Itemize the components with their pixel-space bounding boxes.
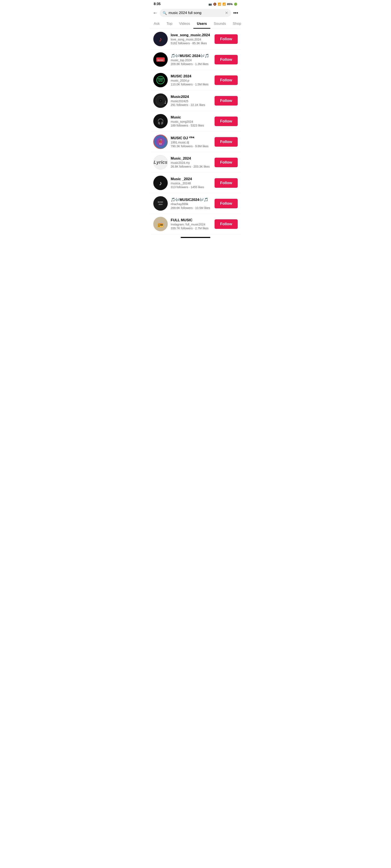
svg-text:2024: 2024 bbox=[159, 204, 162, 205]
user-stats: 26.8K followers · 203.3K likes bbox=[171, 165, 212, 168]
user-info: FULL MUSICInstagram: full_music2024339.7… bbox=[171, 218, 212, 230]
signal-icon: 📶 bbox=[218, 3, 221, 6]
user-stats: 189 followers · 5323 likes bbox=[171, 124, 212, 127]
user-display-name: Music_2024 bbox=[171, 156, 212, 161]
user-list: ♪ love_song_music.2024love_song_music.20… bbox=[150, 29, 241, 235]
user-display-name: FULL MUSIC bbox=[171, 218, 212, 222]
user-stats: 291 followers · 22.1K likes bbox=[171, 103, 212, 106]
svg-point-5 bbox=[154, 74, 167, 87]
follow-button[interactable]: Follow bbox=[215, 75, 238, 85]
svg-text:♪: ♪ bbox=[159, 36, 162, 42]
svg-text:DJ: DJ bbox=[159, 143, 162, 145]
user-display-name: MUSIC 2024 bbox=[171, 74, 212, 79]
user-display-name: Music _2024 bbox=[171, 177, 212, 181]
user-info: Musicmusic_song2024189 followers · 5323 … bbox=[171, 115, 212, 127]
avatar: MUSIC 2024 bbox=[153, 196, 168, 211]
clear-search-icon[interactable]: ✕ bbox=[225, 10, 228, 15]
mute-icon: 🔕 bbox=[213, 3, 216, 6]
battery-text: 85% bbox=[227, 3, 233, 6]
status-icons: 📷 🔕 📶 📶 85% 🟢 bbox=[208, 3, 237, 6]
list-item: 🎤 DJ MUSIC DJ ²⁰²⁴1991.music.dj790.3K fo… bbox=[150, 132, 241, 152]
user-handle: music202425 bbox=[171, 99, 212, 103]
tab-ask[interactable]: Ask bbox=[153, 20, 163, 29]
user-handle: love_song_music.2024 bbox=[171, 38, 212, 41]
follow-button[interactable]: Follow bbox=[215, 219, 238, 229]
follow-button[interactable]: Follow bbox=[215, 158, 238, 167]
follow-button[interactable]: Follow bbox=[215, 55, 238, 64]
follow-button[interactable]: Follow bbox=[215, 117, 238, 126]
avatar: ♩ bbox=[153, 93, 168, 108]
avatar: Lyrics bbox=[153, 155, 168, 169]
list-item: ♩ Music2024music202425291 followers · 22… bbox=[150, 91, 241, 111]
list-item: MUSIC 2024music_2024.p110.0K followers ·… bbox=[150, 70, 241, 91]
follow-button[interactable]: Follow bbox=[215, 199, 238, 208]
user-handle: music_2024.p bbox=[171, 79, 212, 82]
svg-text:♩: ♩ bbox=[164, 100, 166, 104]
search-input-wrapper[interactable]: 🔍 music 2024 full song ✕ bbox=[160, 9, 231, 17]
home-indicator bbox=[150, 235, 241, 239]
user-display-name: MUSIC DJ ²⁰²⁴ bbox=[171, 136, 212, 140]
avatar: 🎧 bbox=[153, 114, 168, 128]
user-display-name: Music2024 bbox=[171, 95, 212, 99]
avatar: 🎤 DJ bbox=[153, 134, 168, 149]
tab-top[interactable]: Top bbox=[163, 20, 176, 29]
list-item: MUSIC 2024 🎵🎶MUSIC2024🎶🎵nhachay999k269.6… bbox=[150, 193, 241, 214]
back-button[interactable]: ← bbox=[153, 10, 157, 16]
user-display-name: 🎵🎶MUSIC 2024🎶🎵 bbox=[171, 54, 212, 58]
user-handle: musica._20248 bbox=[171, 182, 212, 185]
list-item: LyricsMusic_2024music2024.my26.8K follow… bbox=[150, 152, 241, 173]
search-query-text: music 2024 full song bbox=[169, 11, 223, 15]
tab-users[interactable]: Users bbox=[193, 20, 210, 29]
svg-text:🎤: 🎤 bbox=[159, 139, 162, 142]
svg-text:MUSIC: MUSIC bbox=[157, 59, 164, 61]
user-info: MUSIC 2024music_2024.p110.0K followers ·… bbox=[171, 74, 212, 86]
list-item: ♪ love_song_music.2024love_song_music.20… bbox=[150, 29, 241, 50]
user-display-name: 🎵🎶MUSIC2024🎶🎵 bbox=[171, 197, 212, 202]
svg-text:🎧: 🎧 bbox=[157, 118, 164, 125]
user-display-name: love_song_music.2024 bbox=[171, 33, 212, 37]
camera-icon: 📷 bbox=[208, 3, 212, 6]
user-info: 🎵🎶MUSIC2024🎶🎵nhachay999k269.6K followers… bbox=[171, 197, 212, 210]
list-item: ♪ Music _2024musica._20248313 followers … bbox=[150, 173, 241, 193]
user-handle: music2024.my bbox=[171, 161, 212, 164]
user-handle: Instagram: full_music2024 bbox=[171, 223, 212, 226]
avatar: MUSIC bbox=[153, 52, 168, 67]
tab-shop[interactable]: Shop bbox=[229, 20, 241, 29]
user-stats: 110.0K followers · 1.5M likes bbox=[171, 83, 212, 86]
follow-button[interactable]: Follow bbox=[215, 137, 238, 147]
status-bar: 8:35 📷 🔕 📶 📶 85% 🟢 bbox=[150, 0, 241, 7]
wifi-icon: 📶 bbox=[222, 3, 226, 6]
avatar: ♪ bbox=[153, 32, 168, 46]
follow-button[interactable]: Follow bbox=[215, 178, 238, 188]
user-stats: 269.6K followers · 10.5M likes bbox=[171, 206, 212, 210]
user-info: Music _2024musica._20248313 followers · … bbox=[171, 177, 212, 189]
tab-videos[interactable]: Videos bbox=[176, 20, 193, 29]
list-item: MUSIC 🎵🎶MUSIC 2024🎶🎵music_top.2024209.8K… bbox=[150, 50, 241, 70]
user-stats: 790.3K followers · 9.8M likes bbox=[171, 145, 212, 148]
user-handle: music_song2024 bbox=[171, 120, 212, 123]
home-indicator-bar bbox=[181, 237, 210, 238]
status-time: 8:35 bbox=[154, 2, 160, 6]
user-stats: 209.8K followers · 1.3M likes bbox=[171, 62, 212, 66]
follow-button[interactable]: Follow bbox=[215, 96, 238, 105]
list-item: 🎧 Musicmusic_song2024189 followers · 532… bbox=[150, 111, 241, 132]
svg-text:📻: 📻 bbox=[157, 221, 164, 227]
user-handle: nhachay999k bbox=[171, 203, 212, 206]
user-info: MUSIC DJ ²⁰²⁴1991.music.dj790.3K followe… bbox=[171, 136, 212, 148]
user-info: love_song_music.2024love_song_music.2024… bbox=[171, 33, 212, 45]
user-stats: 5182 followers · 85.3K likes bbox=[171, 41, 212, 45]
search-tabs: Ask Top Videos Users Sounds Shop LIVE bbox=[150, 19, 241, 29]
avatar: 📻 bbox=[153, 217, 168, 231]
user-info: Music_2024music2024.my26.8K followers · … bbox=[171, 156, 212, 168]
follow-button[interactable]: Follow bbox=[215, 34, 238, 44]
more-options-button[interactable]: ••• bbox=[233, 10, 238, 16]
user-stats: 313 followers · 1455 likes bbox=[171, 185, 212, 189]
svg-text:♪: ♪ bbox=[159, 180, 162, 186]
svg-point-10 bbox=[160, 100, 161, 101]
user-display-name: Music bbox=[171, 115, 212, 120]
tab-sounds[interactable]: Sounds bbox=[210, 20, 230, 29]
search-icon: 🔍 bbox=[162, 11, 167, 15]
avatar bbox=[153, 73, 168, 87]
battery-dot: 🟢 bbox=[234, 3, 237, 6]
user-info: Music2024music202425291 followers · 22.1… bbox=[171, 95, 212, 106]
